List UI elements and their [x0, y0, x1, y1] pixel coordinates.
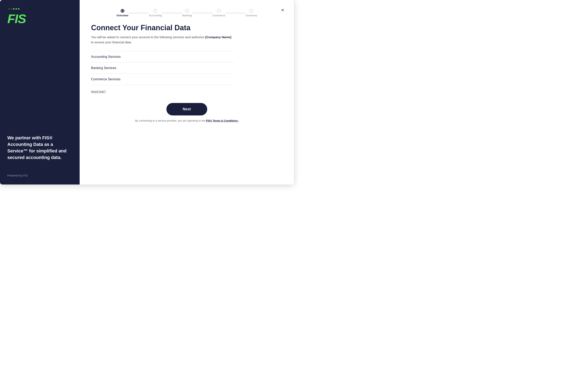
left-panel: FIS We partner with FIS® Accounting Data…: [0, 0, 80, 184]
step-label-commerce: Commerce: [212, 14, 225, 17]
step-label-banking: Banking: [182, 14, 192, 17]
terms-link[interactable]: FIS® Terms & Conditions.: [206, 119, 239, 122]
step-label-overview: Overview: [117, 14, 129, 17]
logo-dot-4: [16, 8, 17, 10]
logo-area: FIS: [7, 8, 72, 25]
right-panel: × Overview Accounting Banking Commerce: [80, 0, 294, 184]
step-commerce: Commerce: [212, 9, 225, 17]
step-overview: Overview: [117, 9, 129, 17]
step-banking: Banking: [182, 9, 192, 17]
step-summary: Summary: [246, 9, 257, 17]
page-subtitle: You will be asked to connect your accoun…: [91, 35, 234, 45]
logo-dot-1: [8, 8, 10, 10]
terms-text: By connecting to a service provider, you…: [135, 119, 239, 122]
need-help-link[interactable]: Need help?: [91, 90, 283, 93]
service-accounting: Accounting Services: [91, 51, 234, 62]
stepper: Overview Accounting Banking Commerce Sum…: [91, 9, 283, 17]
service-commerce: Commerce Services: [91, 74, 234, 85]
step-circle-overview: [121, 9, 124, 13]
service-banking: Banking Services: [91, 62, 234, 74]
step-circle-commerce: [217, 9, 221, 13]
step-line-3: [192, 13, 212, 13]
powered-by-label: Powered by FIS: [7, 174, 28, 177]
page-title: Connect Your Financial Data: [91, 23, 283, 32]
logo-dot-5: [18, 8, 20, 10]
bottom-area: Next By connecting to a service provider…: [91, 103, 283, 122]
step-line-1: [129, 13, 149, 13]
subtitle-part2: to access your financial data.: [91, 41, 132, 44]
company-name: [Company Name]: [205, 35, 231, 39]
step-label-summary: Summary: [246, 14, 257, 17]
next-button[interactable]: Next: [166, 103, 207, 115]
step-circle-banking: [185, 9, 189, 13]
services-list: Accounting Services Banking Services Com…: [91, 51, 234, 85]
step-circle-accounting: [154, 9, 157, 13]
step-circle-summary: [249, 9, 253, 13]
logo-dot-2: [11, 8, 12, 10]
step-label-accounting: Accounting: [149, 14, 162, 17]
logo-dots: [8, 8, 20, 10]
svg-text:FIS: FIS: [7, 12, 26, 25]
step-line-2: [162, 13, 182, 13]
subtitle-part1: You will be asked to connect your accoun…: [91, 35, 205, 39]
fis-logo: FIS: [7, 12, 36, 25]
tagline: We partner with FIS® Accounting Data as …: [7, 135, 72, 161]
logo-dot-3: [13, 8, 14, 10]
step-accounting: Accounting: [149, 9, 162, 17]
step-line-4: [225, 13, 246, 13]
close-button[interactable]: ×: [279, 7, 286, 13]
terms-prefix: By connecting to a service provider, you…: [135, 119, 206, 122]
